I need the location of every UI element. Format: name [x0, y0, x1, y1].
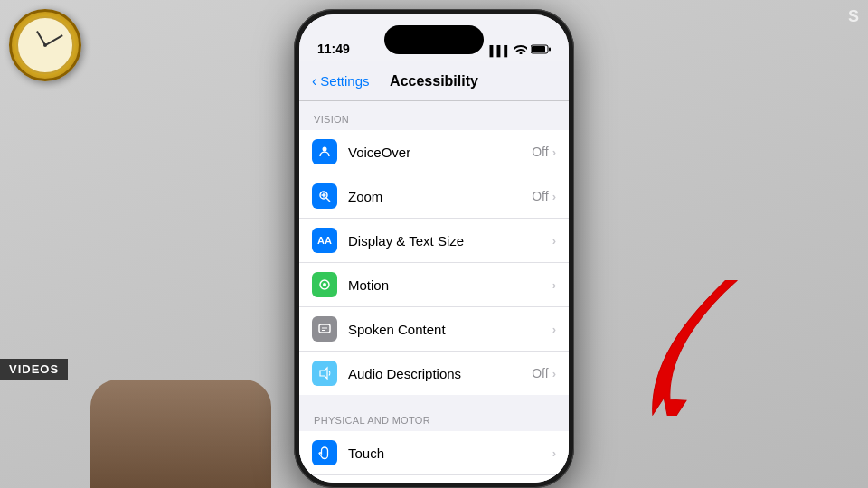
chevron-icon: › [552, 234, 556, 248]
chevron-icon: › [552, 446, 556, 460]
svg-rect-2 [549, 48, 551, 52]
voiceover-value: Off [532, 145, 548, 159]
iphone-screen: 11:49 ▌▌▌ ‹ Settings Accessibility VIS [299, 14, 569, 483]
back-chevron-icon: ‹ [312, 73, 316, 89]
voiceover-label: VoiceOver [348, 145, 532, 160]
wifi-icon [514, 44, 527, 56]
chevron-icon: › [552, 367, 556, 380]
display-label: Display & Text Size [348, 233, 552, 249]
spoken-label: Spoken Content [348, 322, 552, 337]
videos-label: VIDEOS [0, 359, 68, 380]
nav-title: Accessibility [390, 73, 478, 89]
list-item[interactable]: Motion › [299, 263, 569, 307]
back-label: Settings [320, 73, 369, 89]
vision-section-header: VISION [299, 101, 569, 130]
display-icon: AA [312, 228, 337, 253]
chevron-icon: › [552, 323, 556, 336]
svg-marker-11 [320, 368, 327, 379]
iphone-frame: 11:49 ▌▌▌ ‹ Settings Accessibility VIS [294, 9, 574, 488]
motion-icon [312, 272, 337, 297]
chevron-icon: › [552, 278, 556, 292]
list-item[interactable]: Audio Descriptions Off › [299, 352, 569, 395]
touch-icon [312, 440, 337, 465]
audio-value: Off [532, 366, 548, 380]
watermark: S [848, 7, 859, 26]
list-item[interactable]: Spoken Content › [299, 307, 569, 352]
nav-back-button[interactable]: ‹ Settings [312, 73, 370, 89]
zoom-value: Off [532, 189, 548, 203]
list-item[interactable]: AA Display & Text Size › [299, 219, 569, 263]
battery-icon [531, 44, 551, 56]
voiceover-icon [312, 139, 337, 164]
motion-label: Motion [348, 277, 552, 293]
spoken-icon [312, 316, 337, 342]
vision-group: VoiceOver Off › Zoom Off › AA Display & … [299, 130, 569, 395]
clock-decoration [9, 9, 81, 81]
status-icons: ▌▌▌ [490, 44, 551, 56]
zoom-label: Zoom [348, 189, 532, 204]
svg-point-9 [323, 283, 326, 286]
physical-section-header: PHYSICAL AND MOTOR [299, 402, 569, 431]
svg-point-3 [323, 147, 327, 152]
status-time: 11:49 [317, 42, 350, 56]
chevron-icon: › [552, 145, 556, 159]
list-item[interactable]: Zoom Off › [299, 174, 569, 219]
signal-icon: ▌▌▌ [490, 45, 511, 56]
nav-bar: ‹ Settings Accessibility [299, 61, 569, 101]
dynamic-island [384, 25, 484, 54]
zoom-icon [312, 183, 337, 209]
chevron-icon: › [552, 190, 556, 203]
list-item[interactable]: VoiceOver Off › [299, 130, 569, 174]
list-item[interactable]: Face ID & Attention › [299, 475, 569, 483]
svg-rect-1 [532, 46, 545, 52]
scroll-content: VISION VoiceOver Off › Zoom Off [299, 101, 569, 483]
section-divider [299, 395, 569, 402]
audio-icon [312, 361, 337, 386]
hand-decoration [90, 380, 271, 488]
audio-label: Audio Descriptions [348, 366, 532, 381]
touch-label: Touch [348, 446, 552, 461]
svg-line-5 [326, 198, 330, 202]
physical-group: Touch › [299, 431, 569, 483]
list-item[interactable]: Touch › [299, 431, 569, 475]
